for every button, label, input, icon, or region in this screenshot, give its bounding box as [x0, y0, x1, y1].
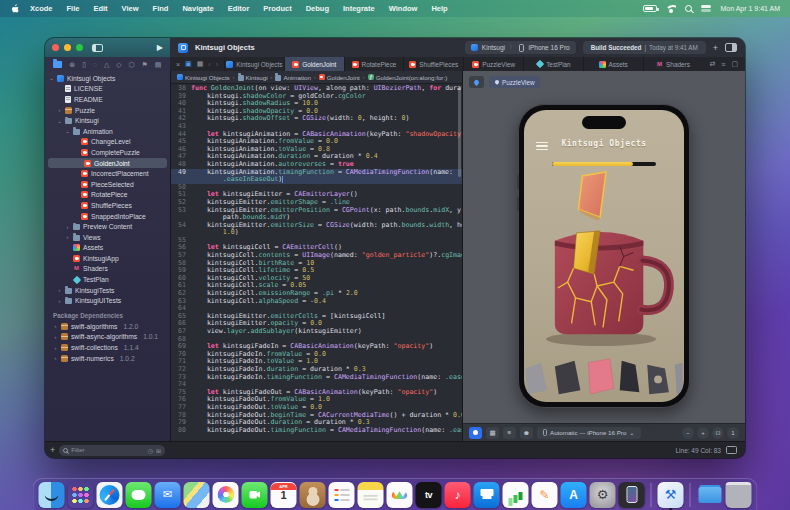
dock-keynote-icon[interactable]	[474, 482, 500, 508]
jumpbar-item-goldenjoint[interactable]: GoldenJoint	[319, 74, 360, 81]
recent-files-icon[interactable]: ◷	[148, 447, 153, 454]
menu-integrate[interactable]: Integrate	[336, 4, 382, 13]
package-swift-algorithms[interactable]: ›swift-algorithms1.2.0	[45, 321, 170, 332]
menu-debug[interactable]: Debug	[299, 4, 336, 13]
code-review-icon[interactable]: ⇄	[709, 60, 715, 68]
tab-rotatepiece[interactable]: RotatePiece	[344, 57, 404, 71]
package-swift-numerics[interactable]: ›swift-numerics1.0.2	[45, 353, 170, 364]
code-line[interactable]: kintsugiEmitter.emitterCells = [kintsugi…	[191, 313, 462, 321]
code-line[interactable]	[191, 336, 462, 344]
sidebar-item-pieceselected[interactable]: PieceSelected	[45, 179, 170, 190]
code-line[interactable]: kintsugiCell.alphaSpeed = -0.4	[191, 298, 462, 306]
code-line[interactable]: kintsugiAnimation.fromValue = 0.0	[191, 138, 462, 146]
code-line[interactable]: .easeInEaseOut)	[191, 176, 462, 184]
menu-xcode[interactable]: Xcode	[23, 4, 60, 13]
dock-safari-icon[interactable]	[97, 482, 123, 508]
dock-finder-icon[interactable]	[39, 482, 65, 508]
menu-editor[interactable]: Editor	[221, 4, 257, 13]
code-line[interactable]: kintsugiAnimation.timingFunction = CAMed…	[191, 169, 462, 177]
tab-assets[interactable]: Assets	[583, 57, 643, 71]
code-line[interactable]: let kintsugiAnimation = CABasicAnimation…	[191, 131, 462, 139]
sidebar-item-completepuzzle[interactable]: CompletePuzzle	[45, 147, 170, 158]
dock-launchpad-icon[interactable]	[68, 482, 94, 508]
jumpbar-item-goldenjoint-on-along-for-[interactable]: ƒGoldenJoint(on:along:for:)	[368, 74, 448, 81]
dock-notes-icon[interactable]	[358, 482, 384, 508]
code-line[interactable]: kintsugiFadeIn.fromValue = 0.0	[191, 351, 462, 359]
preview-device-selector[interactable]: Automatic — iPhone 16 Pro ⌄	[537, 427, 641, 439]
debug-icon[interactable]: ⬡	[129, 61, 135, 68]
spotlight-search-icon[interactable]	[685, 5, 692, 12]
code-line[interactable]: kintsugiCell.emissionRange = .pi * 2.0	[191, 290, 462, 298]
tab-shufflepieces[interactable]: ShufflePieces	[403, 57, 463, 71]
add-file-button[interactable]: +	[50, 445, 55, 455]
dock-mail-icon[interactable]: ✉	[155, 482, 181, 508]
sidebar-item-views[interactable]: ›Views	[45, 232, 170, 243]
code-line[interactable]: let kintsugiEmitter = CAEmitterLayer()	[191, 191, 462, 199]
close-window-button[interactable]	[52, 44, 59, 51]
sidebar-item-preview-content[interactable]: ›Preview Content	[45, 221, 170, 232]
find-navigator-icon[interactable]: ◌	[93, 61, 97, 68]
code-line[interactable]: 1.0)	[191, 229, 462, 237]
sidebar-item-shaders[interactable]: MShaders	[45, 264, 170, 275]
tab-testplan[interactable]: TestPlan	[523, 57, 583, 71]
sidebar-toggle-icon[interactable]	[92, 44, 103, 52]
live-preview-button[interactable]	[469, 427, 482, 439]
run-button[interactable]: ▶	[157, 43, 163, 52]
code-line[interactable]: kintsugiCell.velocity = 50	[191, 275, 462, 283]
code-line[interactable]	[191, 381, 462, 389]
dock-calendar-icon[interactable]: 1	[271, 482, 297, 508]
disclosure-icon[interactable]: ⌄	[49, 75, 54, 81]
zoom-button-out[interactable]: −	[682, 427, 694, 439]
disclosure-icon[interactable]: ›	[53, 323, 58, 329]
disclosure-icon[interactable]: ›	[65, 234, 70, 240]
disclosure-icon[interactable]: ›	[57, 287, 62, 293]
sidebar-item-testplan[interactable]: TestPlan	[45, 274, 170, 285]
add-tab-button[interactable]: +	[713, 43, 718, 53]
zoom-window-button[interactable]	[76, 44, 83, 51]
tab-kintsugi-objects[interactable]: Kintsugi Objects	[224, 57, 284, 71]
menu-file[interactable]: File	[60, 4, 87, 13]
forward-icon[interactable]: ›	[216, 61, 218, 68]
menu-view[interactable]: View	[115, 4, 146, 13]
variants-button[interactable]: ▦	[486, 427, 499, 439]
code-line[interactable]: kintsugiEmitter.opacity = 0.0	[191, 320, 462, 328]
code-line[interactable]: kintsugiAnimation.duration = duration * …	[191, 153, 462, 161]
dock-trash-icon[interactable]	[726, 482, 752, 508]
dock-messages-icon[interactable]	[126, 482, 152, 508]
jumpbar-item-animation[interactable]: Animation	[275, 74, 311, 81]
code-line[interactable]	[191, 237, 462, 245]
menubar-clock[interactable]: Mon Apr 1 9:41 AM	[720, 5, 780, 12]
code-line[interactable]: kintsugiFadeOut.timingFunction = CAMedia…	[191, 427, 462, 435]
code-line[interactable]: kintsugiCell.contents = UIImage(named: "…	[191, 252, 462, 260]
activity-viewer[interactable]: Build Succeeded | Today at 9:41 AM	[583, 41, 706, 54]
disclosure-icon[interactable]: ⌄	[65, 128, 70, 134]
editor-layout-icon[interactable]	[725, 43, 737, 52]
code-line[interactable]: let kintsugiFadeOut = CABasicAnimation(k…	[191, 389, 462, 397]
inspector-toggle-icon[interactable]: ▢	[731, 60, 738, 68]
code-line[interactable]: kintsugiAnimation.toValue = 0.8	[191, 146, 462, 154]
tab-overview-icon[interactable]: ▦	[197, 60, 204, 68]
code-line[interactable]	[191, 305, 462, 313]
code-line[interactable]: kintsugiEmitter.emitterPosition = CGPoin…	[191, 207, 462, 215]
disclosure-icon[interactable]: ›	[65, 224, 70, 230]
code-line[interactable]: kintsugiFadeIn.toValue = 1.0	[191, 358, 462, 366]
package-swift-collections[interactable]: ›swift-collections1.1.4	[45, 342, 170, 353]
code-line[interactable]: kintsugiFadeIn.timingFunction = CAMediaT…	[191, 374, 462, 382]
code-line[interactable]: let kintsugiFadeIn = CABasicAnimation(ke…	[191, 343, 462, 351]
dock-appstore-icon[interactable]: A	[561, 482, 587, 508]
dock-settings-icon[interactable]: ⚙	[590, 482, 616, 508]
jumpbar-item-kintsugi-objects[interactable]: Kintsugi Objects	[177, 74, 230, 81]
jumpbar-item-kintsugi[interactable]: Kintsugi	[238, 74, 268, 81]
dock-numbers-icon[interactable]	[503, 482, 529, 508]
wifi-icon[interactable]	[666, 5, 676, 13]
dock-freeform-icon[interactable]	[387, 482, 413, 508]
sidebar-item-kintsugi-objects[interactable]: ⌄Kintsugi Objects	[45, 73, 170, 84]
dock-contacts-icon[interactable]	[300, 482, 326, 508]
menu-find[interactable]: Find	[146, 4, 176, 13]
disclosure-icon[interactable]: ›	[53, 334, 58, 340]
dock-photos-icon[interactable]	[213, 482, 239, 508]
code-line[interactable]: kintsugiFadeOut.toValue = 0.0	[191, 404, 462, 412]
code-line[interactable]	[191, 123, 462, 131]
sidebar-item-rotatepiece[interactable]: RotatePiece	[45, 190, 170, 201]
zoom-button-fit[interactable]: ⊡	[712, 427, 724, 439]
